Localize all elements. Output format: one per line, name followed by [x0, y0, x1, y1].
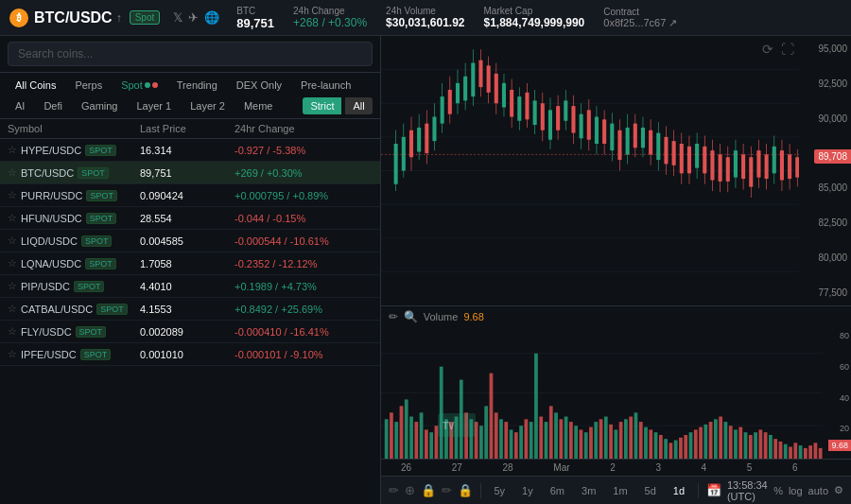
svg-rect-161	[594, 422, 598, 459]
svg-rect-179	[684, 435, 687, 459]
table-row[interactable]: ☆ HFUN/USDC SPOT 28.554 -0.044 / -0.15% …	[0, 207, 380, 230]
pencil-tool-icon[interactable]: ✏	[389, 483, 399, 497]
time-5d[interactable]: 5d	[639, 483, 662, 498]
tab-spot[interactable]: Spot	[113, 77, 165, 94]
symbol-name: PIP/USDC	[21, 281, 70, 292]
website-icon[interactable]: 🌐	[204, 10, 219, 25]
svg-rect-148	[529, 422, 532, 459]
twitter-icon[interactable]: 𝕏	[173, 10, 182, 25]
telegram-icon[interactable]: ✈	[188, 10, 199, 25]
tab-perps[interactable]: Perps	[67, 77, 110, 94]
time-1m[interactable]: 1m	[607, 483, 633, 498]
spot-tag: SPOT	[81, 235, 113, 247]
btc-price: 89,751	[236, 16, 274, 30]
star-icon[interactable]: ☆	[8, 303, 17, 315]
svg-rect-200	[789, 446, 792, 459]
time-6m[interactable]: 6m	[545, 483, 570, 498]
tab-layer2[interactable]: Layer 2	[182, 97, 233, 114]
svg-rect-160	[589, 427, 593, 459]
time-1y[interactable]: 1y	[516, 483, 539, 498]
lock2-tool-icon[interactable]: 🔒	[458, 483, 473, 497]
zoom-icon[interactable]: 🔍	[404, 310, 418, 323]
svg-rect-119	[384, 419, 388, 459]
svg-rect-151	[544, 422, 547, 459]
symbol-cell: ☆ PIP/USDC SPOT	[8, 280, 140, 292]
volume-chart: ✏ 🔍 Volume 9.68 TV	[381, 305, 851, 476]
contract-address: 0x8f25...7c67 ↗	[603, 17, 677, 28]
tab-prelaunch[interactable]: Pre-launch	[293, 77, 358, 94]
svg-rect-128	[429, 432, 433, 459]
tab-all-coins[interactable]: All Coins	[8, 77, 63, 94]
svg-rect-154	[559, 419, 563, 459]
log-option[interactable]: log	[789, 485, 803, 496]
star-icon[interactable]: ☆	[8, 348, 17, 360]
svg-rect-203	[804, 448, 808, 459]
spot-tag: SPOT	[74, 281, 105, 292]
lock-tool-icon[interactable]: 🔒	[421, 483, 436, 497]
table-row[interactable]: ☆ IPFE/USDC SPOT 0.001010 -0.000101 / -9…	[0, 343, 380, 366]
tab-meme[interactable]: Meme	[236, 97, 281, 114]
refresh-icon[interactable]: ⟳	[762, 42, 773, 57]
table-row[interactable]: ☆ PURR/USDC SPOT 0.090424 +0.000795 / +0…	[0, 184, 380, 207]
star-icon[interactable]: ☆	[8, 257, 17, 269]
svg-rect-184	[708, 422, 712, 459]
tab-gaming[interactable]: Gaming	[74, 97, 126, 114]
table-row[interactable]: ☆ LIQD/USDC SPOT 0.004585 -0.000544 / -1…	[0, 230, 380, 252]
table-row[interactable]: ☆ PIP/USDC SPOT 4.4010 +0.1989 / +4.73% …	[0, 275, 380, 298]
svg-rect-153	[554, 412, 558, 459]
pencil-icon[interactable]: ✏	[389, 310, 398, 323]
all-button[interactable]: All	[345, 97, 372, 114]
star-icon[interactable]: ☆	[8, 212, 17, 224]
date-5: 5	[747, 462, 753, 473]
search-input[interactable]	[8, 42, 373, 66]
table-row[interactable]: ☆ HYPE/USDC SPOT 16.314 -0.927 / -5.38% …	[0, 139, 380, 162]
fullscreen-icon[interactable]: ⛶	[781, 42, 794, 57]
svg-rect-176	[669, 443, 672, 459]
svg-rect-159	[584, 432, 588, 459]
time-5y[interactable]: 5y	[488, 483, 511, 498]
symbol-cell: ☆ PURR/USDC SPOT	[8, 189, 140, 201]
star-icon[interactable]: ☆	[8, 144, 17, 156]
tab-trending[interactable]: Trending	[169, 77, 225, 94]
search-bar	[0, 36, 380, 73]
pct-option[interactable]: %	[773, 485, 783, 496]
header: ₿ BTC/USDC ↑ Spot 𝕏 ✈ 🌐 BTC 89,751 24h C…	[0, 0, 851, 36]
change-cell: -0.000544 / -10.61%	[234, 235, 380, 247]
tab-ai[interactable]: AI	[8, 97, 32, 114]
zoom-tool-icon[interactable]: ⊕	[405, 483, 415, 497]
table-row[interactable]: ☆ FLY/USDC SPOT 0.002089 -0.000410 / -16…	[0, 321, 380, 343]
star-icon[interactable]: ☆	[8, 235, 17, 247]
tab-layer1[interactable]: Layer 1	[130, 97, 180, 114]
svg-rect-187	[723, 422, 727, 459]
tab-dex[interactable]: DEX Only	[229, 77, 289, 94]
spot-tag: SPOT	[96, 304, 128, 315]
marker-tool-icon[interactable]: ✏	[442, 483, 452, 497]
price-level-7: 80,000	[803, 252, 847, 263]
table-row[interactable]: ☆ CATBAL/USDC SPOT 4.1553 +0.8492 / +25.…	[0, 298, 380, 321]
svg-rect-173	[653, 432, 657, 459]
calendar-icon[interactable]: 📅	[706, 483, 721, 497]
strict-button[interactable]: Strict	[303, 97, 341, 114]
star-icon[interactable]: ☆	[8, 189, 17, 201]
left-panel: All Coins Perps Spot Trending DEX Only P…	[0, 36, 381, 504]
svg-rect-165	[614, 429, 617, 459]
star-icon[interactable]: ☆	[8, 325, 17, 338]
table-row[interactable]: ☆ LQNA/USDC SPOT 1.7058 -0.2352 / -12.12…	[0, 252, 380, 275]
svg-rect-164	[609, 425, 613, 459]
svg-rect-192	[749, 435, 753, 459]
contract-value[interactable]: 0x8f25...7c67 ↗	[603, 17, 677, 29]
price-cell: 28.554	[140, 213, 234, 224]
spot-badge[interactable]: Spot	[130, 10, 161, 25]
svg-rect-162	[599, 419, 602, 459]
star-icon[interactable]: ☆	[8, 280, 17, 292]
symbol-cell: ☆ BTC/USDC SPOT	[8, 166, 140, 179]
auto-option[interactable]: auto	[808, 485, 828, 496]
star-icon[interactable]: ☆	[8, 166, 17, 179]
tab-defi[interactable]: Defi	[36, 97, 70, 114]
settings-icon[interactable]: ⚙	[834, 484, 843, 496]
table-row[interactable]: ☆ BTC/USDC SPOT 89,751 +269 / +0.30% $30…	[0, 162, 380, 184]
change-cell: +0.1989 / +4.73%	[234, 281, 380, 292]
time-1d[interactable]: 1d	[668, 483, 690, 498]
svg-rect-202	[798, 445, 802, 459]
time-3m[interactable]: 3m	[576, 483, 601, 498]
